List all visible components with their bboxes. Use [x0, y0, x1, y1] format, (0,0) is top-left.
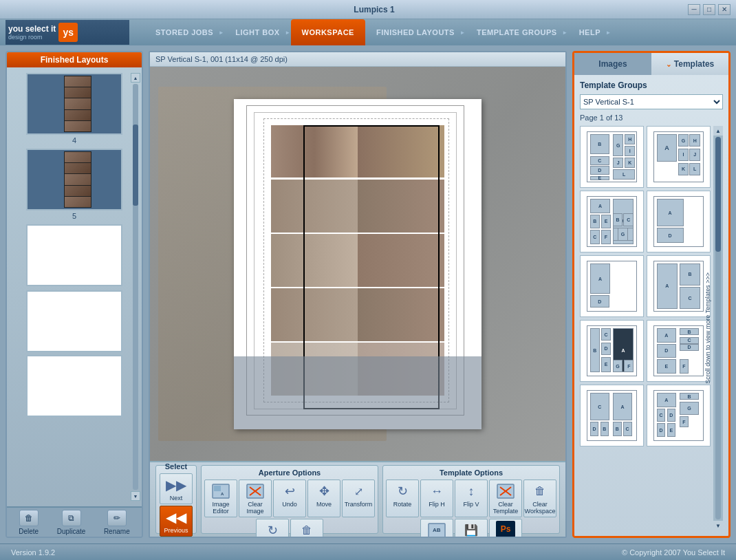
delete-ap-button[interactable]: 🗑 Delete — [290, 519, 323, 538]
select-section: Select ▶▶ Next ◀◀ Previous — [155, 465, 197, 534]
aperture-buttons: A Image Editor Clear Image ↩ Undo — [204, 480, 375, 538]
nav-finished-layouts[interactable]: FINISHED LAYOUTS — [365, 19, 466, 45]
rename-label: Rename — [104, 528, 130, 535]
template-3[interactable]: A B E C F A B C D E F G — [580, 191, 644, 252]
clear-workspace-label: Clear Workspace — [525, 502, 556, 515]
thumbnail-item-4[interactable]: 4 — [12, 73, 136, 146]
thumbnail-item-7[interactable] — [12, 290, 136, 352]
previous-button[interactable]: ◀◀ Previous — [160, 506, 193, 537]
rotate-tmpl-label: Rotate — [393, 502, 412, 508]
tab-images[interactable]: Images — [574, 53, 651, 75]
clear-workspace-button[interactable]: 🗑 Clear Workspace — [523, 480, 556, 517]
scroll-track-right[interactable] — [715, 137, 721, 519]
rotate-tmpl-button[interactable]: ↻ Rotate — [386, 480, 419, 517]
tab-arrow-icon: ⌄ — [666, 61, 671, 68]
save-edited-button[interactable]: AB Save Edited Template — [420, 519, 453, 538]
duplicate-button[interactable]: ⧉ Duplicate — [57, 510, 86, 535]
save-layout-icon: 💾 — [460, 521, 482, 538]
rename-button[interactable]: ✏ Rename — [104, 510, 130, 535]
template-5[interactable]: A B C D — [580, 255, 644, 317]
minimize-button[interactable]: ─ — [688, 4, 700, 15]
close-button[interactable]: ✕ — [718, 4, 730, 15]
template-8[interactable]: A B C D D E F — [647, 320, 711, 382]
delete-button[interactable]: 🗑 Delete — [19, 510, 39, 535]
clear-image-button[interactable]: Clear Image — [239, 480, 272, 517]
logo: you select it design room ys — [6, 20, 129, 45]
move-label: Move — [316, 502, 332, 508]
select-label: Select — [165, 462, 187, 471]
clear-template-label: Clear Template — [491, 502, 520, 515]
copyright-text: © Copyright 2007 You Select It — [622, 548, 725, 557]
template-grid: B C D E G H I J K L — [580, 126, 723, 446]
thumbnail-item-6[interactable] — [12, 224, 136, 288]
clear-template-button[interactable]: Clear Template — [489, 480, 522, 517]
template-10[interactable]: A B C D G D E F — [647, 385, 711, 446]
thumbnails-list: 4 5 — [7, 67, 142, 422]
restore-button[interactable]: □ — [703, 4, 715, 15]
nav-stored-jobs[interactable]: STORED JOBS — [144, 19, 224, 45]
canvas-header: SP Vertical S-1, 001 (11x14 @ 250 dpi) — [150, 52, 565, 67]
template-9[interactable]: C D B A B C — [580, 385, 644, 446]
tab-templates[interactable]: ⌄ Templates — [651, 53, 728, 75]
move-button[interactable]: ✥ Move — [307, 480, 340, 517]
logo-sub: design room — [8, 34, 56, 41]
next-icon: ▶▶ — [165, 475, 187, 495]
photo-row-5 — [271, 343, 444, 396]
previous-label: Previous — [164, 528, 188, 535]
photo-row-1 — [271, 125, 444, 178]
svg-text:A: A — [221, 492, 224, 496]
bottom-toolbar: Select ▶▶ Next ◀◀ Previous Aperture Opti… — [150, 461, 565, 537]
title-bar: Lumpics 1 ─ □ ✕ — [0, 0, 736, 19]
nav-help[interactable]: HELP — [568, 19, 611, 45]
delete-ap-icon: 🗑 — [296, 521, 318, 538]
rotate-tmpl-icon: ↻ — [391, 482, 413, 501]
open-photoshop-button[interactable]: Ps Open in Photoshop — [489, 519, 522, 538]
thumbnail-item-5[interactable]: 5 — [12, 149, 136, 222]
nav-template-groups[interactable]: TEMPLATE GROUPS — [466, 19, 568, 45]
logo-name: you select it — [8, 24, 56, 34]
template-groups-select[interactable]: SP Vertical S-1 SP Vertical S-2 SP Horiz… — [580, 94, 723, 109]
thumbnail-item-8[interactable] — [12, 355, 136, 417]
left-panel-scrollbar[interactable]: ▲ ▼ — [131, 73, 140, 501]
window-controls[interactable]: ─ □ ✕ — [688, 4, 730, 15]
scroll-down-btn[interactable]: ▼ — [713, 521, 723, 530]
transform-button[interactable]: ⤢ Transform — [342, 480, 375, 517]
left-panel: Finished Layouts 4 — [6, 51, 143, 538]
photo-row-4 — [271, 288, 444, 341]
template-7[interactable]: B C D E A G F — [580, 320, 644, 382]
template-2[interactable]: A G H I J K L — [647, 126, 711, 188]
scroll-thumb-right[interactable] — [715, 137, 721, 252]
scroll-up-arrow[interactable]: ▲ — [131, 73, 140, 83]
scroll-track[interactable] — [133, 84, 138, 490]
template-4[interactable]: A B C D — [647, 191, 711, 252]
scroll-thumb[interactable] — [133, 125, 138, 206]
scroll-down-arrow[interactable]: ▼ — [131, 491, 140, 501]
flip-h-label: Flip H — [429, 502, 445, 508]
template-buttons: ↻ Rotate ↔ Flip H ↕ Flip V — [386, 480, 556, 538]
flip-v-icon: ↕ — [460, 482, 482, 501]
scroll-label-text: Scroll down to view more Templates >>> — [704, 272, 711, 384]
flip-v-button[interactable]: ↕ Flip V — [455, 480, 488, 517]
rename-icon: ✏ — [107, 510, 127, 526]
save-layout-button[interactable]: 💾 Save Layout — [455, 519, 488, 538]
template-scrollbar[interactable]: ▲ ▼ — [713, 126, 723, 530]
rotate-ap-button[interactable]: ↻ Rotate — [256, 519, 289, 538]
undo-label: Undo — [282, 502, 297, 508]
next-label: Next — [170, 495, 183, 502]
undo-button[interactable]: ↩ Undo — [273, 480, 306, 517]
canvas-area[interactable] — [150, 67, 565, 461]
image-editor-button[interactable]: A Image Editor — [204, 480, 237, 517]
transform-label: Transform — [345, 502, 373, 508]
center-panel: SP Vertical S-1, 001 (11x14 @ 250 dpi) — [149, 51, 567, 538]
next-button[interactable]: ▶▶ Next — [160, 473, 193, 504]
nav-light-box[interactable]: LIGHT BOX — [224, 19, 290, 45]
svg-rect-1 — [214, 486, 221, 491]
thumbnails-scroll[interactable]: 4 5 — [7, 67, 142, 506]
scroll-up-btn[interactable]: ▲ — [713, 126, 723, 136]
previous-icon: ◀◀ — [165, 508, 187, 527]
template-6[interactable]: A B C — [647, 255, 711, 317]
delete-icon: 🗑 — [19, 510, 39, 526]
flip-h-button[interactable]: ↔ Flip H — [420, 480, 453, 517]
template-1[interactable]: B C D E G H I J K L — [580, 126, 644, 188]
nav-workspace[interactable]: WORKSPACE — [291, 19, 365, 45]
